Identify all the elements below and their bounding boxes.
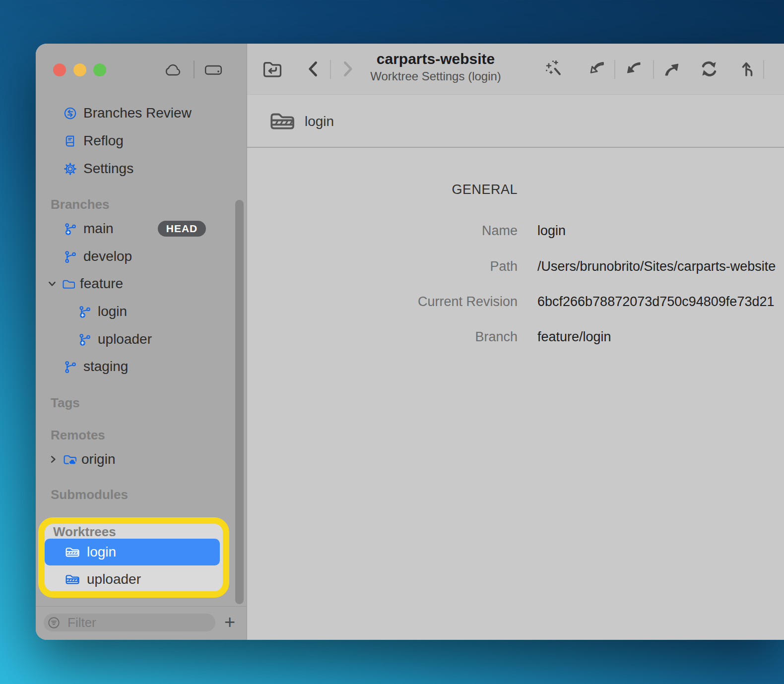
back-icon[interactable]: [304, 60, 323, 78]
branch-label: main: [83, 221, 114, 237]
field-label-branch: Branch: [247, 329, 518, 345]
worktrees-section-header: Worktrees: [53, 524, 116, 540]
swap-circle-icon: [64, 107, 77, 120]
branch-label: login: [98, 304, 127, 319]
field-label-name: Name: [247, 223, 518, 239]
toolbar: carparts-website Worktree Settings (logi…: [247, 44, 784, 95]
sidebar-item-label: Settings: [83, 161, 133, 177]
repo-return-icon[interactable]: [261, 59, 284, 79]
add-worktree-button[interactable]: +: [220, 611, 240, 633]
window-title: carparts-website Worktree Settings (logi…: [370, 51, 501, 83]
push-icon[interactable]: [660, 58, 683, 80]
sidebar-item-branch-folder-feature[interactable]: feature: [36, 274, 247, 294]
tags-section-header: Tags: [51, 395, 80, 411]
worktree-header: login: [247, 95, 784, 148]
submodules-section-header: Submodules: [51, 487, 128, 502]
filter-input[interactable]: [44, 614, 215, 631]
drive-icon[interactable]: [204, 62, 223, 78]
remote-label: origin: [81, 451, 115, 467]
worktree-folder-icon: [65, 545, 80, 559]
view-subtitle: Worktree Settings (login): [370, 69, 501, 83]
main-area: carparts-website Worktree Settings (logi…: [247, 44, 784, 640]
field-label-path: Path: [247, 259, 518, 274]
git-branch-plus-icon: [78, 333, 91, 346]
sidebar-scrollbar[interactable]: [235, 200, 244, 604]
sidebar-item-branch-develop[interactable]: develop: [36, 247, 247, 266]
minimize-button[interactable]: [73, 63, 86, 76]
field-value-current-revision: 6bcf266b78872073d750c94809fe73d21: [537, 294, 774, 310]
merge-icon[interactable]: [737, 58, 760, 80]
sidebar-item-reflog[interactable]: Reflog: [36, 131, 247, 151]
worktrees-highlight-annotation: Worktrees login uploader: [38, 517, 229, 598]
worktree-title: login: [305, 114, 334, 129]
sync-icon[interactable]: [698, 58, 720, 80]
nav-separator: [330, 60, 331, 79]
sidebar-item-label: Branches Review: [83, 105, 192, 121]
filter-icon: [47, 616, 61, 629]
sidebar-item-branch-staging[interactable]: staging: [36, 357, 247, 376]
sidebar-item-branch-main[interactable]: main: [36, 219, 247, 239]
branch-folder-label: feature: [80, 276, 123, 292]
git-branch-plus-icon: [78, 305, 91, 318]
sidebar-item-settings[interactable]: Settings: [36, 159, 247, 179]
git-branch-icon: [64, 360, 77, 373]
branch-label: develop: [83, 249, 132, 264]
worktree-label: login: [87, 544, 116, 560]
cloud-icon[interactable]: [163, 62, 182, 78]
toolbar-separator: [763, 60, 764, 79]
sidebar-item-remote-origin[interactable]: origin: [36, 449, 247, 469]
filter-bar-divider: [36, 606, 247, 607]
field-value-name: login: [537, 223, 566, 239]
toolbar-separator: [653, 60, 654, 79]
sidebar-item-branch-feature-login[interactable]: login: [36, 302, 247, 321]
field-value-path: /Users/brunobrito/Sites/carparts-website: [537, 259, 776, 274]
worktree-folder-icon: [268, 109, 296, 133]
general-section-heading: GENERAL: [247, 182, 518, 197]
branches-section-header: Branches: [51, 196, 110, 212]
sidebar-item-worktree-login[interactable]: login: [45, 539, 220, 565]
sidebar-item-worktree-uploader[interactable]: uploader: [45, 569, 220, 589]
repository-title: carparts-website: [370, 51, 501, 67]
branch-label: staging: [83, 359, 128, 374]
pull-icon[interactable]: [623, 58, 646, 80]
sidebar-item-branch-feature-uploader[interactable]: uploader: [36, 329, 247, 349]
fetch-icon[interactable]: [586, 58, 609, 80]
head-badge: HEAD: [158, 221, 206, 237]
worktree-label: uploader: [87, 571, 141, 587]
toolbar-separator: [614, 60, 615, 79]
folder-icon: [62, 277, 75, 291]
remotes-section-header: Remotes: [51, 427, 105, 443]
zoom-button[interactable]: [93, 63, 106, 76]
folder-cloud-icon: [63, 452, 76, 466]
worktree-folder-icon: [65, 572, 80, 586]
sidebar-header-separator: [194, 61, 195, 78]
gear-icon: [64, 162, 77, 176]
field-value-branch: feature/login: [537, 329, 611, 345]
sidebar-item-label: Reflog: [83, 133, 124, 149]
app-window: Branches Review Reflog Settings Branches…: [36, 44, 784, 640]
chevron-right-icon[interactable]: [49, 455, 58, 464]
forward-icon[interactable]: [338, 60, 357, 78]
git-branch-plus-icon: [64, 222, 77, 236]
branch-label: uploader: [98, 331, 152, 347]
sidebar: Branches Review Reflog Settings Branches…: [36, 44, 247, 640]
sidebar-item-branches-review[interactable]: Branches Review: [36, 103, 247, 123]
close-button[interactable]: [53, 63, 66, 76]
chevron-down-icon[interactable]: [48, 279, 57, 288]
git-branch-icon: [64, 250, 77, 263]
wand-icon[interactable]: [543, 58, 566, 80]
book-icon: [64, 134, 77, 148]
field-label-current-revision: Current Revision: [247, 294, 518, 310]
